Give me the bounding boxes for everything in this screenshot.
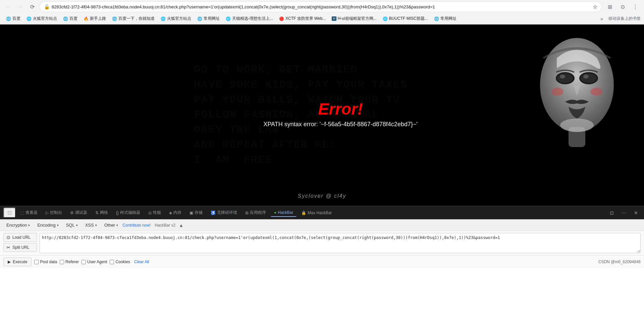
bookmark-tianmao[interactable]: 🌐 天猫精选-理想生活上... — [223, 15, 276, 22]
referer-checkbox[interactable] — [60, 260, 64, 264]
encryption-label: Encryption — [6, 223, 27, 228]
error-message: XPATH syntax error: '~f-56a5-4b5f-8867-d… — [263, 121, 417, 128]
cookies-checkbox-label[interactable]: Cookies — [110, 260, 130, 264]
devtools-tab-network[interactable]: ⇅ 网络 — [92, 208, 111, 217]
user-agent-checkbox[interactable] — [82, 260, 86, 264]
address-bar-container: 🔒 ☆ — [40, 1, 602, 12]
bookmark-baidu-2[interactable]: 🌐 百度 — [60, 15, 80, 22]
debugger-label: 调试器 — [75, 210, 87, 216]
cookies-checkbox[interactable] — [110, 260, 114, 264]
reload-button[interactable]: ⟳ — [28, 2, 37, 11]
devtools-tab-performance[interactable]: ◎ 性能 — [145, 208, 164, 217]
bookmark-common2[interactable]: 🌐 常用网址 — [431, 15, 459, 22]
watermark: Syclover @ cl4y — [298, 193, 346, 199]
bookmarks-mobile-label[interactable]: 移动设备上的书签 — [608, 16, 641, 21]
hackbar-other-menu[interactable]: Other ▾ — [101, 221, 121, 229]
bookmark-baidu-1[interactable]: 🌐 百度 — [3, 15, 23, 22]
profile-button[interactable]: ⊙ — [617, 1, 628, 12]
hackbar-side-buttons: ⊙ Load URL ✂ Split URL — [3, 233, 37, 252]
bookmark-firefox[interactable]: 🌐 火狐官方站点 — [24, 15, 60, 22]
bookmark-label: 百度 — [69, 16, 77, 21]
mask-image — [530, 31, 624, 159]
referer-checkbox-label[interactable]: Referer — [60, 260, 79, 264]
hackbar-section: Encryption ▾ Encoding ▾ SQL ▾ XSS ▾ Othe… — [0, 219, 644, 268]
bookmark-star-icon[interactable]: ☆ — [593, 4, 597, 10]
hackbar-encoding-menu[interactable]: Encoding ▾ — [34, 221, 61, 229]
bookmark-label: 常用网址 — [440, 16, 457, 21]
bookmark-label: XCTF 攻防世界 Web... — [285, 16, 326, 21]
bookmarks-bar: 🌐 百度 🌐 火狐官方站点 🌐 百度 🔥 新手上路 🌐 百度一下，你就知道 🌐 … — [0, 13, 644, 24]
bookmark-newbie[interactable]: 🔥 新手上路 — [81, 15, 109, 22]
devtools-tab-memory[interactable]: ◈ 内存 — [166, 208, 185, 217]
hackbar-sql-menu[interactable]: SQL ▾ — [63, 221, 81, 229]
hackbar-version-label: HackBar v2 — [155, 223, 175, 228]
bookmark-label: 天猫精选-理想生活上... — [232, 16, 273, 21]
devtools-tab-storage[interactable]: ▣ 存储 — [186, 208, 206, 217]
bookmark-baiduyixia[interactable]: 🌐 百度一下，你就知道 — [109, 15, 157, 22]
devtools-tab-inspector[interactable]: ⬚ 查看器 — [17, 208, 41, 217]
svg-point-3 — [560, 75, 565, 79]
bookmark-xctf[interactable]: 🔴 XCTF 攻防世界 Web... — [276, 15, 328, 22]
split-url-button[interactable]: ✂ Split URL — [3, 243, 37, 252]
hackbar-xss-menu[interactable]: XSS ▾ — [82, 221, 100, 229]
memory-icon: ◈ — [169, 211, 172, 215]
error-title: Error! — [263, 100, 417, 118]
back-button[interactable]: ← — [3, 2, 13, 11]
post-data-checkbox[interactable] — [34, 260, 39, 264]
storage-icon: ▣ — [190, 211, 193, 215]
devtools-tab-accessibility[interactable]: ♿ 无障碍环境 — [207, 208, 240, 217]
hackbar-dot-icon: ● — [274, 210, 276, 215]
hackbar-encryption-menu[interactable]: Encryption ▾ — [3, 221, 33, 229]
forward-button[interactable]: → — [15, 2, 25, 11]
bookmark-icon: H — [332, 16, 336, 21]
address-bar[interactable] — [52, 4, 591, 9]
devtools-tab-maxhackbar[interactable]: 🔒 Max HackBar — [298, 209, 335, 217]
bookmark-icon: 🌐 — [226, 16, 231, 21]
svg-point-7 — [551, 88, 564, 96]
maxhackbar-label: Max HackBar — [308, 211, 332, 215]
hackbar-url-input[interactable] — [40, 233, 641, 253]
hackbar-label: HackBar — [278, 210, 293, 215]
execute-icon: ▶ — [8, 260, 11, 264]
browser-chrome: ← → ⟳ 🔒 ☆ ⊞ ⊙ ⋮ 🌐 百度 🌐 火狐官方站点 🌐 百度 🔥 新 — [0, 0, 644, 25]
hackbar-url-area: ⊙ Load URL ✂ Split URL — [0, 231, 644, 255]
devtools-tab-application[interactable]: ⊞ 应用程序 — [242, 208, 269, 217]
browser-toolbar: ← → ⟳ 🔒 ☆ ⊞ ⊙ ⋮ — [0, 0, 644, 13]
execute-button[interactable]: ▶ Execute — [3, 258, 32, 266]
bookmarks-more-button[interactable]: » — [598, 15, 605, 22]
devtools-undock-button[interactable]: ⊡ — [3, 207, 16, 218]
devtools-tab-hackbar[interactable]: ● HackBar — [271, 209, 297, 217]
bookmark-hui[interactable]: H H-ui前端框架官方网... — [329, 15, 379, 22]
encryption-arrow-icon: ▾ — [28, 224, 30, 227]
devtools-tab-console[interactable]: ▷ 控制台 — [42, 208, 65, 217]
load-url-button[interactable]: ⊙ Load URL — [3, 233, 37, 242]
devtools-close-button[interactable]: ✕ — [631, 208, 641, 218]
bookmark-icon: 🔴 — [279, 16, 284, 21]
bookmark-buuctf[interactable]: 🌐 BUUCTF MISC部题... — [380, 15, 431, 22]
post-data-checkbox-label[interactable]: Post data — [34, 260, 57, 264]
user-agent-checkbox-label[interactable]: User Agent — [82, 260, 107, 264]
other-label: Other — [104, 223, 115, 228]
menu-button[interactable]: ⋮ — [630, 1, 641, 12]
maxhackbar-lock-icon: 🔒 — [301, 211, 306, 215]
accessibility-label: 无障碍环境 — [217, 210, 237, 216]
error-overlay: Error! XPATH syntax error: '~f-56a5-4b5f… — [263, 100, 417, 128]
other-arrow-icon: ▾ — [116, 224, 118, 227]
devtools-more-button[interactable]: ⋯ — [619, 208, 629, 218]
load-url-label: Load URL — [12, 235, 31, 240]
devtools-expand-button[interactable]: ⊡ — [607, 208, 616, 218]
hackbar-contribute-link[interactable]: Contribute now! — [122, 223, 151, 228]
bookmark-common1[interactable]: 🌐 常用网址 — [195, 15, 222, 22]
accessibility-icon: ♿ — [211, 211, 216, 215]
bookmark-label: 百度一下，你就知道 — [118, 16, 155, 21]
storage-label: 存储 — [195, 210, 203, 216]
devtools-tab-style-editor[interactable]: {} 样式编辑器 — [113, 208, 144, 217]
bookmark-icon: 🌐 — [383, 16, 388, 21]
hackbar-collapse-button[interactable]: ▲ — [177, 222, 185, 229]
clear-all-button[interactable]: Clear All — [133, 258, 151, 266]
extensions-button[interactable]: ⊞ — [604, 1, 615, 12]
devtools-tab-debugger[interactable]: ⚙ 调试器 — [67, 208, 91, 217]
post-data-label: Post data — [40, 260, 57, 264]
bookmark-firefox2[interactable]: 🌐 火狐官方站点 — [158, 15, 194, 22]
bookmark-label: H-ui前端框架官方网... — [338, 16, 377, 21]
